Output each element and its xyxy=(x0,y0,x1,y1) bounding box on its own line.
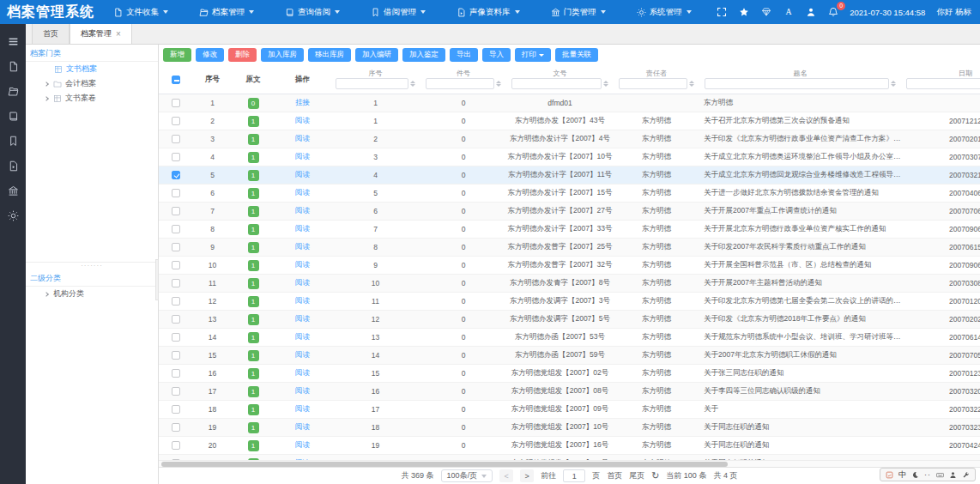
action-link-阅读[interactable]: 阅读 xyxy=(295,404,310,414)
chevron-right-icon[interactable] xyxy=(44,292,49,297)
tree-item-会计档案[interactable]: 会计档案 xyxy=(26,76,158,91)
toolbar-button-批量关联[interactable]: 批量关联 xyxy=(555,48,598,62)
sort-arrows[interactable] xyxy=(891,81,896,87)
action-link-阅读[interactable]: 阅读 xyxy=(295,314,310,324)
original-count-badge[interactable]: 1 xyxy=(248,224,259,235)
sort-desc-icon[interactable] xyxy=(410,84,415,87)
row-checkbox[interactable] xyxy=(172,207,180,215)
sort-desc-icon[interactable] xyxy=(891,84,896,87)
row-checkbox[interactable] xyxy=(172,441,180,450)
action-link-阅读[interactable]: 阅读 xyxy=(295,422,310,433)
sort-asc-icon[interactable] xyxy=(496,81,501,83)
action-link-阅读[interactable]: 阅读 xyxy=(295,116,310,126)
ime-user-icon[interactable] xyxy=(949,471,957,479)
toolbar-button-加入库房[interactable]: 加入库房 xyxy=(261,48,304,62)
moon-icon[interactable] xyxy=(911,471,919,479)
original-count-badge[interactable]: 1 xyxy=(248,242,259,253)
select-all-checkbox[interactable] xyxy=(172,76,180,84)
table-row[interactable]: 111阅读100东方明德办发青字【2007】8号东方明德关于开展2007年主题科… xyxy=(159,275,980,293)
last-page-link[interactable]: 尾页 xyxy=(629,470,644,481)
original-count-badge[interactable]: 1 xyxy=(248,422,259,433)
row-checkbox[interactable] xyxy=(172,315,180,324)
toolbar-button-删除[interactable]: 删除 xyxy=(228,48,257,62)
row-checkbox[interactable] xyxy=(172,99,180,107)
nav-query-borrow[interactable]: 查询借阅 xyxy=(285,7,340,18)
original-count-badge[interactable]: 1 xyxy=(248,386,259,397)
action-link-阅读[interactable]: 阅读 xyxy=(295,188,310,198)
original-count-badge[interactable]: 1 xyxy=(248,116,259,127)
row-checkbox[interactable] xyxy=(172,423,180,432)
table-row[interactable]: 31阅读20东方明德办发计字【2007】4号东方明德关于印发《北京东方明德行政事… xyxy=(159,130,980,148)
table-row[interactable]: 181阅读170东方明德党组发【2007】09号东方明德关于20070322 xyxy=(159,401,980,419)
sort-arrows[interactable] xyxy=(496,81,501,87)
table-row[interactable]: 151阅读140东方明德办函【2007】59号东方明德关于2007年北京东方明德… xyxy=(159,347,980,365)
filter-input-jh[interactable] xyxy=(426,78,494,89)
nav-borrow-manage[interactable]: 借阅管理 xyxy=(371,7,426,18)
sort-asc-icon[interactable] xyxy=(410,81,415,83)
toolbar-button-加入编研[interactable]: 加入编研 xyxy=(355,48,398,62)
row-checkbox[interactable] xyxy=(172,117,180,125)
bell-icon[interactable]: 0 xyxy=(828,7,838,17)
row-checkbox[interactable] xyxy=(172,189,180,197)
sidebar-file-collect[interactable] xyxy=(8,61,19,72)
sort-asc-icon[interactable] xyxy=(891,81,896,83)
row-checkbox[interactable] xyxy=(172,171,180,179)
row-checkbox[interactable] xyxy=(172,369,180,378)
star-icon[interactable] xyxy=(739,7,749,17)
nav-archive-manage[interactable]: 档案管理 xyxy=(199,7,254,18)
nav-category-manage[interactable]: 门类管理 xyxy=(551,7,606,18)
row-checkbox[interactable] xyxy=(172,405,180,414)
sort-asc-icon[interactable] xyxy=(603,81,608,83)
table-row[interactable]: 191阅读180东方明德党组发【2007】10号东方明德关于同志任职的通知200… xyxy=(159,419,980,437)
filter-input-xh[interactable] xyxy=(336,78,408,89)
next-page-button[interactable]: > xyxy=(520,469,534,482)
toolbar-button-导出[interactable]: 导出 xyxy=(450,48,478,62)
tree-item-文书案卷[interactable]: 文书案卷 xyxy=(26,91,158,106)
sort-arrows[interactable] xyxy=(689,81,694,87)
keyboard-icon[interactable] xyxy=(936,471,944,479)
original-count-badge[interactable]: 0 xyxy=(248,98,259,109)
original-count-badge[interactable]: 1 xyxy=(248,368,259,379)
filter-input-wh[interactable] xyxy=(511,78,602,89)
filter-input-zrz[interactable] xyxy=(619,78,687,89)
sort-arrows[interactable] xyxy=(603,81,608,87)
sort-desc-icon[interactable] xyxy=(689,84,694,87)
sort-asc-icon[interactable] xyxy=(689,81,694,83)
chevron-right-icon[interactable] xyxy=(44,96,49,101)
tab-首页[interactable]: 首页 xyxy=(32,24,70,44)
user-icon[interactable] xyxy=(806,7,816,17)
row-checkbox[interactable] xyxy=(172,387,180,396)
ime-logo-icon[interactable] xyxy=(886,471,893,479)
toolbar-button-修改[interactable]: 修改 xyxy=(196,48,224,62)
first-page-link[interactable]: 首页 xyxy=(607,470,622,481)
table-row[interactable]: 91阅读80东方明德办发普字【2007】25号东方明德关于印发2007年农民科学… xyxy=(159,239,980,257)
page-number-input[interactable] xyxy=(563,469,585,482)
row-checkbox[interactable] xyxy=(172,279,180,287)
ime-punctuation-toggle[interactable]: ·· xyxy=(924,470,931,479)
panel-splitter[interactable]: ······· xyxy=(26,262,158,269)
nav-av-library[interactable]: 声像资料库 xyxy=(457,7,520,18)
table-row[interactable]: 171阅读160东方明德党组发【2007】08号东方明德关于李四等三位同志确认职… xyxy=(159,383,980,401)
table-row[interactable]: 101阅读90东方明德办发普字【2007】32号东方明德关于开展全国科普示范县（… xyxy=(159,257,980,275)
font-icon[interactable]: A xyxy=(783,7,794,17)
action-link-阅读[interactable]: 阅读 xyxy=(295,368,310,378)
gem-icon[interactable] xyxy=(761,7,771,17)
close-icon[interactable]: × xyxy=(116,30,121,39)
refresh-icon[interactable]: ↻ xyxy=(651,471,659,481)
original-count-badge[interactable]: 1 xyxy=(248,296,259,307)
scrollbar-thumb[interactable] xyxy=(161,462,728,467)
toolbar-button-新增[interactable]: 新增 xyxy=(163,48,191,62)
filter-input-tm[interactable] xyxy=(705,78,889,89)
action-link-阅读[interactable]: 阅读 xyxy=(295,260,310,270)
nav-system-manage[interactable]: 系统管理 xyxy=(637,7,692,18)
original-count-badge[interactable]: 1 xyxy=(248,404,259,415)
table-row[interactable]: 131阅读120东方明德办发调字【2007】5号东方明德关于印发《北京东方明德2… xyxy=(159,311,980,329)
sidebar-system-manage[interactable] xyxy=(8,210,19,221)
fullscreen-icon[interactable] xyxy=(717,7,727,17)
toolbar-button-移出库房[interactable]: 移出库房 xyxy=(308,48,351,62)
action-link-阅读[interactable]: 阅读 xyxy=(295,134,310,144)
action-link-阅读[interactable]: 阅读 xyxy=(295,242,310,252)
table-row[interactable]: 51阅读40东方明德办发计字【2007】11号东方明德关于成立北京东方明德回龙观… xyxy=(159,166,980,185)
action-link-挂接[interactable]: 挂接 xyxy=(295,98,310,108)
row-checkbox[interactable] xyxy=(172,225,180,233)
